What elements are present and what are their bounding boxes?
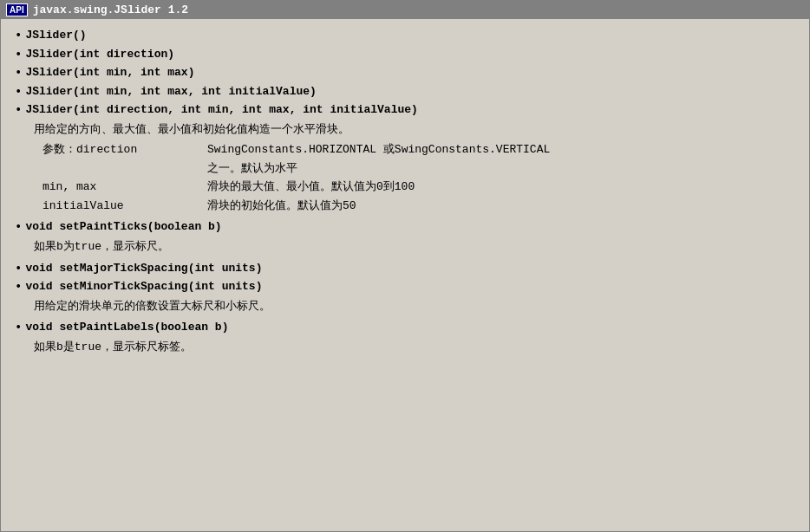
api-badge: API bbox=[6, 3, 28, 16]
description-text: 用给定的滑块单元的倍数设置大标尺和小标尺。 bbox=[34, 298, 795, 315]
list-item: • JSlider(int min, int max, int initialV… bbox=[15, 84, 795, 101]
param-label-minmax: min, max bbox=[42, 178, 207, 196]
param-desc-minmax: 滑块的最大值、最小值。默认值为0到100 bbox=[207, 178, 415, 196]
content-area: • JSlider() • JSlider(int direction) • J… bbox=[1, 19, 809, 369]
description-text: 用给定的方向、最大值、最小值和初始化值构造一个水平滑块。 bbox=[34, 121, 795, 139]
list-item: • void setMinorTickSpacing(int units) bbox=[15, 279, 795, 296]
method-signature: void setPaintLabels(boolean b) bbox=[25, 320, 228, 335]
bullet-icon: • bbox=[15, 279, 22, 296]
method-signature: JSlider(int min, int max) bbox=[25, 65, 194, 81]
param-table: 参数：direction SwingConstants.HORIZONTAL 或… bbox=[42, 141, 795, 214]
description-block: 如果b是true，显示标尺标签。 bbox=[34, 339, 795, 356]
description-text: 如果b为true，显示标尺。 bbox=[34, 238, 795, 256]
bullet-icon: • bbox=[15, 47, 22, 64]
description-block: 用给定的方向、最大值、最小值和初始化值构造一个水平滑块。 参数：directio… bbox=[34, 121, 795, 215]
param-row-direction: 参数：direction SwingConstants.HORIZONTAL 或… bbox=[42, 141, 795, 159]
param-row-initialvalue: initialValue 滑块的初始化值。默认值为50 bbox=[42, 198, 795, 215]
bullet-icon: • bbox=[15, 65, 22, 82]
bullet-icon: • bbox=[15, 261, 22, 278]
list-item: • void setPaintLabels(boolean b) bbox=[15, 320, 795, 337]
method-signature: void setMajorTickSpacing(int units) bbox=[25, 261, 262, 276]
bullet-icon: • bbox=[15, 28, 22, 45]
param-desc-direction: SwingConstants.HORIZONTAL 或SwingConstant… bbox=[207, 141, 550, 159]
param-label-initialvalue: initialValue bbox=[42, 198, 207, 215]
description-text: 如果b是true，显示标尺标签。 bbox=[34, 339, 795, 356]
method-signature: JSlider(int direction) bbox=[25, 47, 174, 62]
method-signature: void setMinorTickSpacing(int units) bbox=[25, 279, 262, 295]
method-signature: JSlider(int min, int max, int initialVal… bbox=[25, 84, 316, 100]
param-desc-direction-line2: 之一。默认为水平 bbox=[207, 160, 795, 178]
list-item: • JSlider() bbox=[15, 28, 795, 45]
param-desc-initialvalue: 滑块的初始化值。默认值为50 bbox=[207, 198, 356, 215]
method-signature: JSlider() bbox=[25, 28, 86, 43]
method-signature: JSlider(int direction, int min, int max,… bbox=[25, 102, 417, 118]
method-signature: void setPaintTicks(boolean b) bbox=[25, 219, 221, 235]
list-item: • JSlider(int direction, int min, int ma… bbox=[15, 102, 795, 120]
param-row-minmax: min, max 滑块的最大值、最小值。默认值为0到100 bbox=[42, 178, 795, 196]
list-item: • void setPaintTicks(boolean b) bbox=[15, 219, 795, 237]
param-label-direction: 参数：direction bbox=[42, 141, 207, 159]
bullet-icon: • bbox=[15, 219, 22, 237]
list-item: • void setMajorTickSpacing(int units) bbox=[15, 261, 795, 278]
bullet-icon: • bbox=[15, 320, 22, 337]
api-container: API javax.swing.JSlider 1.2 • JSlider() … bbox=[0, 0, 810, 532]
description-block: 如果b为true，显示标尺。 bbox=[34, 238, 795, 256]
bullet-icon: • bbox=[15, 84, 22, 101]
title-text: javax.swing.JSlider 1.2 bbox=[33, 3, 188, 16]
bullet-icon: • bbox=[15, 102, 22, 120]
list-item: • JSlider(int direction) bbox=[15, 47, 795, 64]
title-bar: API javax.swing.JSlider 1.2 bbox=[1, 1, 809, 19]
description-block: 用给定的滑块单元的倍数设置大标尺和小标尺。 bbox=[34, 298, 795, 315]
list-item: • JSlider(int min, int max) bbox=[15, 65, 795, 82]
